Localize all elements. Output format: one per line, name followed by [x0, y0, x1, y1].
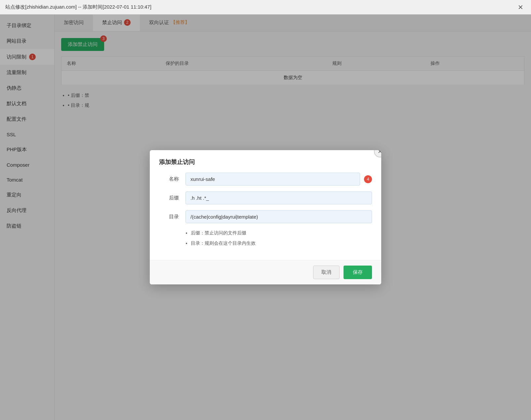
directory-input[interactable] [185, 210, 372, 223]
cancel-button[interactable]: 取消 [313, 266, 340, 279]
window-title: 站点修改[zhishidian.zujuan.com] -- 添加时间[2022… [5, 4, 151, 10]
form-label-directory: 目录 [159, 214, 179, 220]
suffix-input[interactable] [185, 191, 372, 204]
form-label-name: 名称 [159, 176, 179, 182]
modal-overlay: ✕ 添加禁止访问 名称 4 后缀 目录 [0, 15, 531, 420]
name-input[interactable] [185, 173, 360, 186]
save-button[interactable]: 保存 [344, 266, 372, 279]
modal-footer: 取消 保存 [150, 260, 381, 284]
modal-notes: 后缀：禁止访问的文件后缀 目录：规则会在这个目录内生效 [185, 229, 372, 247]
modal-note-directory: 目录：规则会在这个目录内生效 [191, 239, 372, 247]
window-title-bar: 站点修改[zhishidian.zujuan.com] -- 添加时间[2022… [0, 0, 531, 15]
modal-note-suffix: 后缀：禁止访问的文件后缀 [191, 229, 372, 236]
modal-note-directory-text: 目录：规则会在这个目录内生效 [191, 240, 256, 246]
modal-title: 添加禁止访问 [150, 150, 381, 173]
modal-note-suffix-text: 后缀：禁止访问的文件后缀 [191, 230, 246, 235]
form-label-suffix: 后缀 [159, 195, 179, 201]
form-row-name: 名称 4 [159, 173, 372, 186]
modal-close-icon: ✕ [378, 150, 382, 155]
name-step-badge: 4 [364, 175, 372, 183]
modal-body: 名称 4 后缀 目录 后缀：禁止访问的文件后缀 [150, 173, 381, 260]
window-close-button[interactable]: ✕ [515, 2, 526, 13]
modal-dialog: ✕ 添加禁止访问 名称 4 后缀 目录 [150, 150, 381, 284]
form-row-suffix: 后缀 [159, 191, 372, 204]
form-row-directory: 目录 [159, 210, 372, 223]
